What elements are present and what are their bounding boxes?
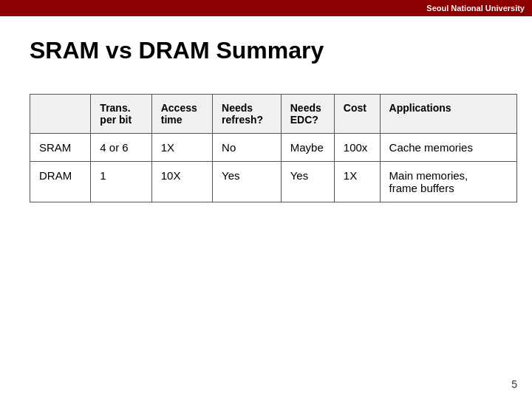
slide-content: SRAM vs DRAM Summary Trans.per bit Acces…: [0, 16, 532, 217]
sram-applications: Cache memories: [380, 134, 516, 162]
dram-applications: Main memories,frame buffers: [380, 162, 516, 202]
sram-refresh: No: [213, 134, 282, 162]
table-row-dram: DRAM 1 10X Yes Yes 1X Main memories,fram…: [30, 162, 517, 202]
dram-cost: 1X: [334, 162, 380, 202]
university-name: Seoul National University: [426, 4, 525, 13]
col-header-cost: Cost: [334, 95, 380, 134]
sram-edc: Maybe: [281, 134, 334, 162]
col-header-edc: NeedsEDC?: [281, 95, 334, 134]
dram-edc: Yes: [281, 162, 334, 202]
col-header-applications: Applications: [380, 95, 516, 134]
header-bar: Seoul National University: [0, 0, 532, 16]
sram-cost: 100x: [334, 134, 380, 162]
sram-trans: 4 or 6: [91, 134, 151, 162]
page-title: SRAM vs DRAM Summary: [30, 37, 502, 64]
dram-type: DRAM: [30, 162, 91, 202]
sram-access: 1X: [151, 134, 212, 162]
slide-number: 5: [511, 378, 517, 390]
col-header-type: [30, 95, 91, 134]
dram-access: 10X: [151, 162, 212, 202]
dram-refresh: Yes: [213, 162, 282, 202]
dram-trans: 1: [91, 162, 151, 202]
col-header-trans: Trans.per bit: [91, 95, 151, 134]
col-header-refresh: Needsrefresh?: [213, 95, 282, 134]
table-row-sram: SRAM 4 or 6 1X No Maybe 100x Cache memor…: [30, 134, 517, 162]
comparison-table: Trans.per bit Accesstime Needsrefresh? N…: [30, 94, 517, 202]
table-header-row: Trans.per bit Accesstime Needsrefresh? N…: [30, 95, 517, 134]
col-header-access: Accesstime: [151, 95, 212, 134]
sram-type: SRAM: [30, 134, 91, 162]
